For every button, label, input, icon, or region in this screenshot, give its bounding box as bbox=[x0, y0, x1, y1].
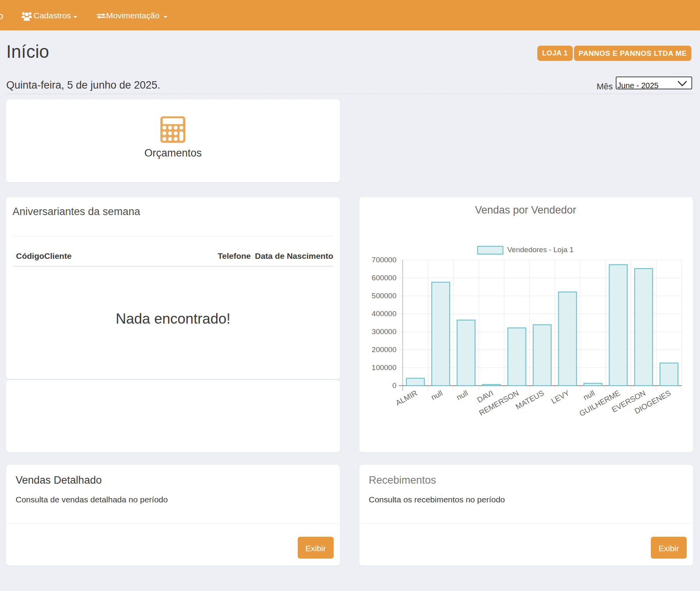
svg-text:500000: 500000 bbox=[372, 292, 396, 300]
svg-text:Vendas por Vendedor: Vendas por Vendedor bbox=[475, 204, 576, 216]
svg-text:null: null bbox=[430, 388, 444, 402]
svg-text:Vendedores - Loja 1: Vendedores - Loja 1 bbox=[507, 246, 574, 254]
svg-text:700000: 700000 bbox=[372, 256, 396, 264]
svg-text:100000: 100000 bbox=[372, 363, 396, 372]
svg-text:0: 0 bbox=[392, 381, 396, 390]
svg-text:300000: 300000 bbox=[372, 328, 396, 336]
svg-text:600000: 600000 bbox=[372, 274, 396, 282]
svg-text:null: null bbox=[455, 388, 469, 402]
svg-text:200000: 200000 bbox=[372, 345, 396, 354]
svg-text:MATEUS: MATEUS bbox=[514, 388, 545, 411]
svg-text:LEVY: LEVY bbox=[550, 388, 571, 405]
svg-text:400000: 400000 bbox=[372, 310, 396, 318]
svg-text:null: null bbox=[582, 388, 596, 402]
svg-text:ALMIR: ALMIR bbox=[394, 388, 419, 407]
